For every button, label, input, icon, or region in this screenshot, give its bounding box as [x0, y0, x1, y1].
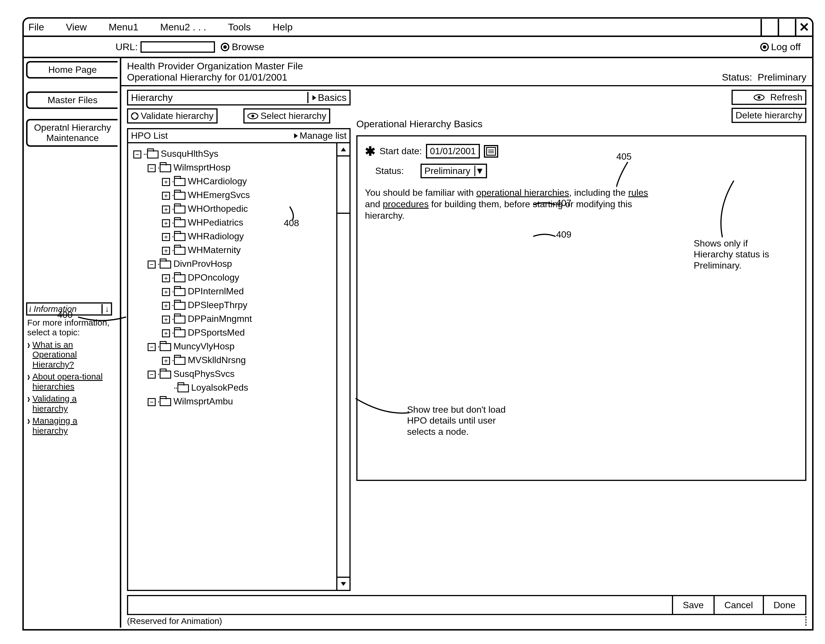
delete-hierarchy-button[interactable]: Delete hierarchy [732, 108, 806, 123]
link-rules[interactable]: rules [628, 187, 648, 198]
tree-node[interactable]: WilmsprtHosp [173, 162, 230, 173]
information-panel-header[interactable]: i Information ↓ [26, 303, 112, 315]
link-operational-hierarchies[interactable]: operational hierarchies [476, 187, 569, 198]
tree-node[interactable]: DPInternlMed [188, 286, 244, 297]
menubar: File View Menu1 Menu2 . . . Tools Help ✕ [24, 19, 812, 37]
hpo-tree[interactable]: −··SusquHlthSys −·WilmsprtHosp +·WHCardi… [128, 143, 336, 590]
tree-node[interactable]: DPPainMngmnt [188, 314, 252, 324]
tree-node[interactable]: LoyalsokPeds [191, 382, 248, 393]
folder-icon [174, 178, 185, 186]
folder-icon [160, 343, 171, 351]
browse-label: Browse [232, 41, 264, 53]
menu-tools[interactable]: Tools [226, 20, 253, 34]
info-link-managing[interactable]: Managing a hierarchy [27, 416, 111, 436]
window-blank-1[interactable] [760, 19, 778, 36]
window-blank-2[interactable] [778, 19, 795, 36]
expand-icon[interactable]: + [162, 233, 170, 241]
window-buttons: ✕ [760, 19, 812, 36]
folder-icon [174, 302, 185, 310]
cancel-button[interactable]: Cancel [714, 596, 763, 614]
expand-icon[interactable]: + [162, 329, 170, 337]
expand-icon[interactable]: + [162, 219, 170, 227]
tree-node[interactable]: DPOncology [188, 272, 239, 283]
tree-node[interactable]: WHCardiology [188, 176, 247, 186]
scroll-thumb[interactable] [337, 156, 349, 214]
basics-note: You should be familiar with operational … [365, 187, 652, 221]
tree-node[interactable]: MVSklldNrsng [188, 355, 246, 365]
header-status: Status: Preliminary [722, 72, 806, 83]
delete-label: Delete hierarchy [735, 110, 802, 120]
collapse-icon[interactable]: − [148, 164, 156, 172]
page-title-line2: Operational Hierarchy for 01/01/2001 [127, 72, 303, 83]
calendar-icon [486, 147, 496, 156]
expand-icon[interactable]: + [162, 302, 170, 310]
tree-node[interactable]: WHMaternity [188, 245, 241, 255]
info-icon: i [29, 304, 31, 314]
select-hierarchy-button[interactable]: Select hierarchy [243, 108, 330, 124]
collapse-icon[interactable]: − [133, 150, 141, 159]
expand-icon[interactable]: + [162, 192, 170, 200]
bullseye-icon [760, 43, 769, 51]
tree-node[interactable]: DivnProvHosp [173, 258, 232, 269]
tree-node[interactable]: SusqPhysSvcs [173, 369, 235, 379]
tree-node[interactable]: WilmsprtAmbu [173, 396, 233, 406]
url-input[interactable] [141, 41, 215, 53]
folder-icon [178, 385, 189, 392]
expand-icon[interactable]: + [162, 315, 170, 324]
expand-icon[interactable]: + [162, 247, 170, 255]
info-header-label: Information [34, 304, 77, 314]
link-procedures[interactable]: procedures [383, 199, 428, 209]
tab-operational-hierarchy-maintenance[interactable]: Operatnl Hierarchy Maintenance [26, 119, 117, 147]
tree-node[interactable]: WHRadiology [188, 231, 244, 241]
expand-icon[interactable]: + [162, 274, 170, 282]
menu-menu2[interactable]: Menu2 . . . [158, 20, 209, 34]
browse-button[interactable]: Browse [221, 41, 264, 53]
folder-icon [174, 192, 185, 200]
calendar-button[interactable] [484, 145, 498, 158]
window-close-button[interactable]: ✕ [795, 19, 812, 36]
menu-view[interactable]: View [63, 20, 89, 34]
tree-node[interactable]: SusquHlthSys [161, 148, 218, 159]
expand-icon[interactable]: + [162, 178, 170, 186]
status-select[interactable]: Preliminary ▼ [420, 164, 487, 178]
url-toolbar: URL: Browse Log off [24, 37, 812, 58]
collapse-icon[interactable]: − [148, 371, 156, 378]
tree-scrollbar[interactable] [336, 143, 349, 590]
tree-node[interactable]: WHPediatrics [188, 217, 243, 227]
tree-node[interactable]: DPSleepThrpy [188, 300, 247, 310]
info-link-about[interactable]: About opera-tional hierarchies [27, 372, 111, 392]
info-link-what-is[interactable]: What is an Operational Hierarchy? [27, 340, 111, 370]
eye-icon [754, 94, 765, 100]
tree-node[interactable]: MuncyVlyHosp [173, 341, 235, 351]
folder-icon [147, 150, 159, 159]
save-button[interactable]: Save [672, 596, 714, 614]
collapse-icon[interactable]: − [148, 398, 156, 406]
tree-node[interactable]: WHEmergSvcs [188, 190, 250, 200]
logoff-button[interactable]: Log off [760, 41, 800, 53]
start-date-input[interactable]: 01/01/2001 [426, 144, 480, 159]
right-column: Operational Hierarchy Basics Refresh Del… [356, 90, 806, 591]
tab-master-files[interactable]: Master Files [26, 91, 117, 109]
validate-hierarchy-button[interactable]: Validate hierarchy [127, 108, 218, 124]
done-button[interactable]: Done [763, 596, 805, 614]
expand-icon[interactable]: + [162, 288, 170, 296]
manage-list-dropdown[interactable]: Manage list [294, 130, 346, 141]
scroll-down-icon[interactable] [337, 577, 349, 590]
tree-node[interactable]: WHOrthopedic [188, 204, 248, 214]
expand-icon[interactable]: + [162, 357, 170, 365]
menu-menu1[interactable]: Menu1 [107, 20, 141, 34]
manage-list-label: Manage list [300, 130, 346, 141]
menu-help[interactable]: Help [270, 20, 295, 34]
basics-dropdown[interactable]: Basics [307, 92, 346, 103]
refresh-button[interactable]: Refresh [732, 90, 806, 105]
collapse-icon[interactable]: − [148, 261, 156, 269]
basics-title: Operational Hierarchy Basics [356, 118, 482, 130]
tab-home-page[interactable]: Home Page [26, 61, 117, 79]
info-link-validating[interactable]: Validating a hierarchy [27, 394, 111, 414]
tree-node[interactable]: DPSportsMed [188, 327, 245, 338]
left-column: Home Page Master Files Operatnl Hierarch… [24, 58, 121, 628]
menu-file[interactable]: File [26, 20, 46, 34]
collapse-icon[interactable]: − [148, 343, 156, 351]
scroll-up-icon[interactable] [337, 143, 349, 156]
expand-icon[interactable]: + [162, 205, 170, 213]
